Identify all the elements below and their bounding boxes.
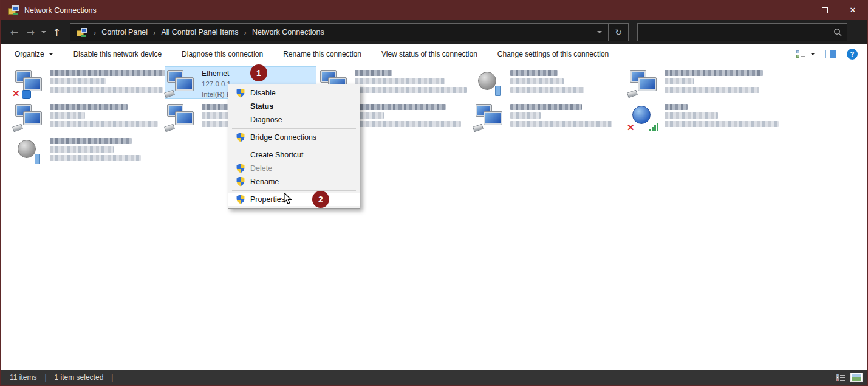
rename-connection-command[interactable]: Rename this connection [283, 50, 361, 58]
network-adapter-icon: ✕ [15, 68, 44, 97]
ethernet-plug-icon [164, 124, 175, 133]
status-badge [22, 90, 31, 99]
breadcrumb-control-panel[interactable]: Control Panel [101, 28, 148, 36]
network-connections-icon [8, 5, 19, 15]
breadcrumb-chevron: › [88, 28, 101, 37]
network-connections-window: Network Connections ✕ ← → ↑ › Control Pa… [0, 0, 868, 386]
menu-item-properties[interactable]: Properties [228, 193, 360, 206]
connection-tile-redacted[interactable]: ✕ [13, 67, 164, 98]
network-adapter-icon [15, 102, 44, 131]
minimize-button[interactable] [783, 0, 811, 20]
search-icon [833, 28, 842, 36]
recent-locations-icon[interactable] [41, 31, 46, 33]
thumbnail-view-icon [852, 374, 861, 381]
uac-shield-icon [236, 89, 245, 98]
connection-status: 127.0.0.1 [202, 80, 231, 88]
window-title: Network Connections [24, 6, 97, 15]
menu-separator [232, 128, 356, 129]
connections-list: ✕ Ethernet 127.0.0.1 Intel(R) E [1, 64, 867, 370]
breadcrumb-network-connections[interactable]: Network Connections [252, 28, 324, 36]
disconnected-x-icon: ✕ [12, 89, 20, 98]
address-dropdown-icon[interactable] [597, 31, 602, 33]
network-adapter-icon [166, 102, 196, 131]
menu-separator [232, 146, 356, 146]
breadcrumb-chevron: › [148, 28, 161, 37]
details-view-button[interactable] [836, 373, 846, 381]
ethernet-plug-icon [473, 124, 484, 133]
ethernet-adapter-icon [166, 68, 196, 97]
disconnected-x-icon: ✕ [627, 123, 635, 132]
disable-device-command[interactable]: Disable this network device [73, 50, 162, 58]
network-adapter-icon [475, 102, 504, 131]
status-divider: | [111, 373, 113, 382]
mouse-cursor-icon [283, 193, 294, 205]
network-adapter-icon [629, 68, 658, 97]
chevron-down-icon [810, 53, 815, 55]
ethernet-plug-icon [627, 90, 638, 98]
large-icons-view-button[interactable] [850, 373, 863, 382]
title-bar[interactable]: Network Connections ✕ [1, 0, 867, 20]
connection-device: Intel(R) E [202, 91, 231, 98]
network-adapter-disabled-icon [15, 136, 44, 165]
uac-shield-icon [236, 195, 245, 204]
breadcrumb-chevron: › [239, 28, 252, 37]
wifi-adapter-icon: ✕ [629, 102, 658, 131]
status-badge [495, 86, 501, 96]
close-button[interactable]: ✕ [839, 0, 867, 20]
diagnose-connection-command[interactable]: Diagnose this connection [182, 50, 263, 58]
help-button[interactable]: ? [847, 49, 858, 60]
status-bar: 11 items | 1 item selected | [1, 370, 867, 385]
menu-item-status[interactable]: Status [228, 100, 360, 113]
connection-tile-redacted[interactable] [474, 101, 624, 133]
address-bar-row: ← → ↑ › Control Panel › All Control Pane… [1, 20, 867, 44]
context-menu: Disable Status Diagnose Bridge Connectio… [228, 84, 360, 209]
connection-tile-redacted[interactable] [13, 101, 164, 133]
breadcrumb-all-control-panel-items[interactable]: All Control Panel Items [161, 28, 238, 36]
folder-location-icon [77, 28, 87, 37]
menu-item-diagnose[interactable]: Diagnose [228, 113, 360, 126]
refresh-icon: ↻ [615, 27, 622, 37]
maximize-icon [822, 7, 828, 13]
menu-item-rename[interactable]: Rename [228, 175, 360, 188]
change-settings-command[interactable]: Change settings of this connection [497, 50, 609, 58]
up-button[interactable]: ↑ [49, 27, 65, 38]
annotation-step-1: 1 [250, 64, 267, 81]
menu-item-disable[interactable]: Disable [228, 86, 360, 100]
connection-name: Ethernet [202, 70, 231, 78]
uac-shield-icon [236, 164, 245, 173]
uac-shield-icon [236, 133, 245, 142]
forward-button[interactable]: → [22, 27, 39, 38]
view-status-command[interactable]: View status of this connection [381, 50, 477, 58]
selected-count: 1 item selected [55, 373, 104, 382]
change-view-button[interactable] [796, 50, 815, 58]
uac-shield-icon [236, 177, 245, 187]
refresh-button[interactable]: ↻ [609, 23, 629, 41]
ethernet-plug-icon [164, 90, 175, 98]
connection-tile-redacted[interactable] [474, 67, 624, 98]
menu-item-delete: Delete [228, 162, 360, 175]
network-adapter-disabled-icon [475, 68, 504, 97]
signal-bars-icon [649, 123, 658, 131]
back-button[interactable]: ← [6, 27, 22, 38]
ethernet-plug-icon [12, 124, 23, 133]
connection-tile-wifi-redacted[interactable]: ✕ [628, 101, 779, 133]
command-bar: Organize Disable this network device Dia… [1, 44, 867, 64]
preview-pane-icon [830, 50, 836, 58]
search-box[interactable] [637, 23, 847, 41]
connection-tile-redacted[interactable] [628, 67, 779, 98]
menu-separator [232, 190, 356, 191]
connection-tile-redacted[interactable] [13, 135, 164, 167]
menu-item-create-shortcut[interactable]: Create Shortcut [228, 148, 360, 162]
address-bar[interactable]: › Control Panel › All Control Panel Item… [70, 23, 609, 41]
view-options-icon [796, 50, 807, 58]
status-divider: | [44, 373, 46, 382]
close-icon: ✕ [850, 5, 856, 15]
preview-pane-button[interactable] [825, 50, 836, 58]
chevron-down-icon [49, 53, 53, 55]
menu-item-bridge-connections[interactable]: Bridge Connections [228, 131, 360, 144]
status-badge [35, 154, 40, 164]
search-input[interactable] [643, 28, 833, 36]
maximize-button[interactable] [811, 0, 839, 20]
annotation-step-2: 2 [312, 191, 329, 208]
organize-button[interactable]: Organize [15, 50, 53, 58]
